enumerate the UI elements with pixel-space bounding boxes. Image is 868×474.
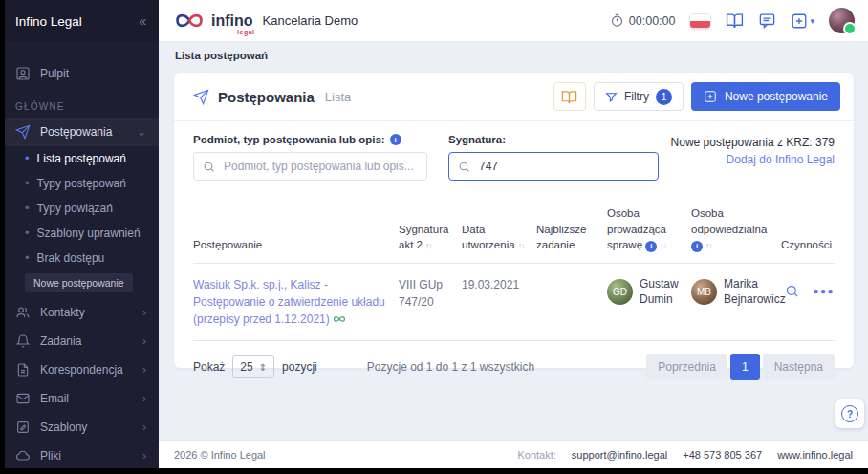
- search-icon: [203, 161, 215, 173]
- knowledge-base-button[interactable]: [553, 82, 586, 111]
- sidebar-item-label: Email: [40, 392, 69, 405]
- col-header-postepowanie: Postępowanie: [193, 237, 399, 253]
- proceeding-title-link[interactable]: Wasiuk Sp.k. sp.j., Kalisz - Postępowani…: [193, 278, 385, 326]
- document-icon: [15, 362, 31, 377]
- help-button[interactable]: ?: [835, 399, 864, 428]
- sidebar-item-zadania[interactable]: Zadania ›: [0, 327, 159, 356]
- card-header-actions: Filtry 1 Nowe postępowanie: [553, 82, 840, 111]
- bell-icon: [15, 334, 31, 349]
- bullet-icon: •: [25, 179, 30, 188]
- question-mark-icon: ?: [841, 405, 858, 422]
- chevron-right-icon: ›: [142, 306, 146, 319]
- users-icon: [15, 305, 31, 320]
- col-header-osoba-prowadzaca[interactable]: Osoba prowadząca sprawę i↑↓: [607, 205, 691, 253]
- col-header-najblizsze-zadanie: Najbliższe zadanie: [536, 222, 607, 253]
- sidebar-item-kontakty[interactable]: Kontakty ›: [0, 298, 159, 327]
- proceedings-card: Postępowania Lista Filtry 1: [174, 73, 854, 368]
- topbar-controls: 00:00:00 ▾: [610, 8, 855, 33]
- sidebar-item-pulpit[interactable]: Pulpit: [0, 59, 159, 88]
- linked-infinity-icon[interactable]: [333, 315, 346, 324]
- app-footer: 2026 © Infino Legal Kontakt: support@inf…: [159, 440, 868, 468]
- signature-filter-label: Sygnatura:: [448, 134, 659, 145]
- sidebar-header: Infino Legal «: [0, 0, 159, 42]
- chat-icon[interactable]: [758, 11, 776, 30]
- page-1-button[interactable]: 1: [730, 354, 760, 380]
- sidebar-item-szablony-uprawnien[interactable]: • Szablony uprawnień: [0, 221, 159, 246]
- sidebar-item-brak-dostepu[interactable]: • Brak dostępu: [0, 246, 159, 270]
- bullet-icon: •: [25, 154, 30, 163]
- support-email-link[interactable]: support@infino.legal: [572, 449, 667, 461]
- sidebar-item-szablony[interactable]: Szablony ›: [0, 413, 159, 442]
- card-header: Postępowania Lista Filtry 1: [174, 73, 854, 121]
- row-preview-icon[interactable]: [785, 284, 799, 298]
- breadcrumb-bar: Lista postępowań: [159, 42, 868, 69]
- row-actions: ●●●: [781, 276, 835, 298]
- cell-signature: VIII GUp 747/20: [399, 276, 462, 311]
- window-left-edge: [0, 0, 5, 474]
- sidebar-collapse-icon[interactable]: «: [139, 13, 146, 29]
- krz-add-link[interactable]: Dodaj do Infino Legal: [671, 153, 835, 166]
- company-name: Kancelaria Demo: [263, 13, 358, 28]
- envelope-icon: [15, 391, 31, 406]
- col-header-czynnosci: Czynności: [781, 237, 835, 253]
- cloud-icon: [15, 448, 31, 463]
- info-icon[interactable]: i: [691, 241, 703, 252]
- website-link[interactable]: www.infino.legal: [777, 449, 853, 461]
- info-icon[interactable]: i: [645, 241, 657, 252]
- language-flag-pl[interactable]: [689, 13, 711, 29]
- krz-panel: Nowe postępowania z KRZ: 379 Dodaj do In…: [671, 134, 835, 166]
- next-page-button[interactable]: Następna: [763, 354, 835, 380]
- sidebar-item-korespondencja[interactable]: Korespondencja ›: [0, 356, 159, 384]
- person-name: Gustaw Dumin: [640, 276, 685, 307]
- proceedings-table: Postępowanie Sygnatura akt 2↑↓ Data utwo…: [193, 190, 835, 384]
- sidebar-item-email[interactable]: Email ›: [0, 384, 159, 413]
- brand-logo[interactable]: infino legal: [174, 11, 253, 30]
- sidebar-item-typy-powiazan[interactable]: • Typy powiązań: [0, 196, 159, 221]
- sidebar-item-lista-postepowan[interactable]: • Lista postępowań: [0, 146, 159, 171]
- sidebar-item-label: Korespondencja: [40, 363, 123, 377]
- brand-name: infino legal: [211, 13, 253, 29]
- col-header-osoba-odpowiedzialna[interactable]: Osoba odpowiedzialna i↑↓: [691, 205, 781, 253]
- signature-search-input[interactable]: [477, 159, 649, 174]
- chevron-down-icon: ⌄: [137, 125, 146, 139]
- responsible-person: MB Marika Bejnarowicz: [691, 276, 777, 307]
- knowledge-book-icon[interactable]: [726, 11, 744, 30]
- info-icon[interactable]: i: [390, 134, 401, 145]
- quick-add-dropdown[interactable]: ▾: [791, 12, 814, 30]
- sidebar-item-pliki[interactable]: Pliki ›: [0, 442, 159, 470]
- support-phone[interactable]: +48 573 805 367: [683, 449, 762, 461]
- timer-value: 00:00:00: [629, 14, 676, 28]
- filters-button[interactable]: Filtry 1: [594, 82, 684, 111]
- sidebar: Infino Legal « Pulpit GŁÓWNE Postępowani…: [0, 0, 159, 468]
- sidebar-item-typy-postepowan[interactable]: • Typy postępowań: [0, 171, 159, 196]
- bullet-icon: •: [25, 253, 30, 263]
- new-proceeding-button[interactable]: Nowe postępowanie: [691, 82, 840, 111]
- user-avatar[interactable]: [829, 8, 855, 33]
- new-proceeding-label: Nowe postępowanie: [725, 90, 828, 103]
- book-icon: [561, 89, 577, 105]
- chevron-right-icon: ›: [142, 449, 146, 463]
- sidebar-subitem-label: Typy postępowań: [37, 177, 126, 190]
- col-header-data-utworzenia[interactable]: Data utworzenia↑↓: [462, 222, 536, 253]
- work-timer[interactable]: 00:00:00: [610, 13, 676, 28]
- sidebar-item-postepowania[interactable]: Postępowania ⌄: [0, 118, 159, 146]
- page-size-select[interactable]: 25 ⇕: [232, 356, 274, 378]
- page-size-suffix: pozycji: [282, 360, 317, 374]
- subject-search-input[interactable]: [222, 159, 418, 174]
- row-more-menu-icon[interactable]: ●●●: [813, 284, 835, 298]
- sidebar-item-label: Pulpit: [40, 67, 69, 80]
- app-window: Infino Legal « Pulpit GŁÓWNE Postępowani…: [0, 0, 868, 474]
- sidebar-item-label: Kontakty: [40, 306, 85, 319]
- copyright-text: 2026 © Infino Legal: [174, 449, 266, 461]
- col-header-sygnatura[interactable]: Sygnatura akt 2↑↓: [399, 222, 462, 253]
- sidebar-subitem-label: Typy powiązań: [37, 202, 113, 215]
- sort-icon: ↑↓: [425, 241, 432, 250]
- paper-plane-icon: [15, 124, 31, 140]
- sidebar-subitem-label: Brak dostępu: [37, 251, 105, 265]
- funnel-icon: [605, 91, 618, 103]
- sidebar-item-nowe-postepowanie[interactable]: Nowe postępowanie: [25, 273, 133, 292]
- pagination-controls: Poprzednia 1 Następna: [646, 354, 835, 380]
- avatar: MB: [691, 279, 717, 305]
- prev-page-button[interactable]: Poprzednia: [646, 354, 727, 380]
- updown-arrows-icon: ⇕: [259, 362, 267, 373]
